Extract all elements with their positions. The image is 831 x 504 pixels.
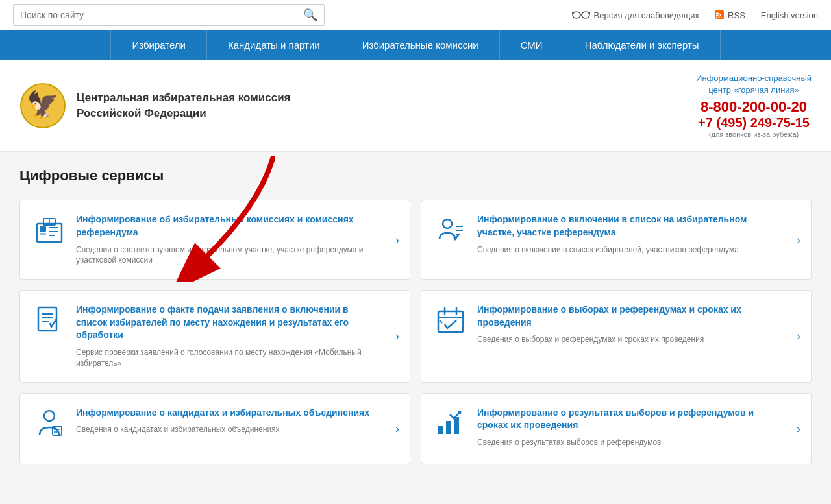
document-list-icon: [34, 305, 64, 335]
svg-line-4: [589, 12, 590, 14]
card-elections-dates[interactable]: Информирование о выборах и референдумах …: [421, 290, 812, 382]
card-desc-results: Сведения о результатах выборов и референ…: [477, 437, 778, 448]
hotline-phone1: 8-800-200-00-20: [696, 99, 812, 115]
card-icon-voter-list: [434, 213, 467, 246]
svg-rect-35: [446, 421, 451, 434]
person-list-icon: [436, 215, 465, 245]
logo-area: 🦅 Центральная избирательная комиссия Рос…: [19, 82, 291, 129]
card-content-voter-list: Информирование о включении в список на и…: [477, 213, 778, 255]
card-arrow-candidates: ›: [395, 422, 399, 435]
svg-rect-12: [40, 233, 46, 235]
english-version-label: English version: [761, 10, 818, 20]
nav-item-commissions[interactable]: Избирательные комиссии: [341, 30, 500, 60]
hotline-info: Информационно-справочный центр «горячая …: [696, 73, 812, 138]
card-title-results: Информирование о результатах выборов и р…: [477, 407, 778, 432]
logo-text: Центральная избирательная комиссия Росси…: [77, 90, 291, 121]
card-icon-results: [434, 407, 467, 439]
svg-point-0: [573, 12, 580, 18]
vision-link[interactable]: Версия для слабовидящих: [572, 10, 700, 20]
card-arrow-voter-list: ›: [797, 233, 800, 246]
nav-item-candidates[interactable]: Кандидаты и партии: [207, 30, 341, 60]
emblem-icon: 🦅: [19, 82, 66, 129]
ballot-box-icon: [34, 215, 64, 245]
svg-point-1: [582, 12, 589, 18]
cards-grid: Информирование об избирательных комиссия…: [19, 200, 812, 464]
card-arrow-commissions: ›: [395, 233, 399, 246]
hotline-title-line2: центр «горячая линия»: [708, 85, 799, 95]
card-voter-list[interactable]: Информирование о включении в список на и…: [421, 200, 812, 280]
header-section: 🦅 Центральная избирательная комиссия Рос…: [0, 60, 831, 152]
glasses-icon: [572, 10, 590, 20]
card-arrow-elections-dates: ›: [797, 330, 800, 343]
card-desc-application: Сервис проверки заявлений о голосовании …: [76, 347, 377, 369]
main-content: Цифровые сервисы Информирование об избир…: [0, 152, 831, 504]
card-content-results: Информирование о результатах выборов и р…: [477, 407, 778, 448]
svg-point-30: [44, 411, 55, 421]
card-icon-candidates: [33, 407, 66, 439]
rss-link[interactable]: RSS: [715, 10, 745, 20]
svg-rect-11: [40, 226, 46, 232]
rss-icon: [715, 10, 724, 19]
card-content-elections-dates: Информирование о выборах и референдумах …: [477, 304, 778, 345]
card-content-application: Информирование о факте подачи заявления …: [76, 304, 377, 368]
svg-point-6: [716, 17, 718, 19]
svg-point-18: [443, 219, 452, 228]
nav-item-media[interactable]: СМИ: [500, 30, 564, 60]
card-title-voter-list: Информирование о включении в список на и…: [477, 213, 778, 239]
hotline-phone-note: (для звонков из-за рубежа): [696, 130, 812, 138]
card-desc-commissions: Сведения о соответствующем избирательном…: [76, 245, 377, 267]
svg-text:🦅: 🦅: [27, 89, 59, 120]
search-button[interactable]: 🔍: [297, 8, 324, 22]
card-arrow-results: ›: [797, 422, 800, 435]
vision-label: Версия для слабовидящих: [594, 10, 700, 20]
card-desc-voter-list: Сведения о включении в список избирателе…: [477, 245, 778, 256]
card-title-commissions: Информирование об избирательных комиссия…: [76, 213, 377, 239]
svg-rect-34: [438, 426, 443, 434]
nav-item-observers[interactable]: Наблюдатели и эксперты: [564, 30, 721, 60]
chart-check-icon: [436, 408, 465, 438]
org-name-line2: Российской Федерации: [77, 107, 206, 119]
person-badge-icon: [34, 408, 64, 438]
search-box[interactable]: 🔍: [13, 4, 325, 26]
search-input[interactable]: [14, 10, 297, 20]
org-name-line1: Центральная избирательная комиссия: [77, 91, 291, 104]
hotline-title-line1: Информационно-справочный: [696, 73, 812, 83]
card-title-elections-dates: Информирование о выборах и референдумах …: [477, 304, 778, 329]
svg-rect-26: [438, 311, 463, 332]
hotline-phone2: +7 (495) 249-75-15: [696, 115, 812, 130]
card-icon-elections-dates: [434, 304, 467, 336]
svg-line-3: [572, 12, 573, 14]
top-right-links: Версия для слабовидящих RSS English vers…: [572, 10, 819, 20]
card-icon-application: [33, 304, 66, 336]
card-title-candidates: Информирование о кандидатах и избиратель…: [76, 407, 377, 420]
svg-rect-22: [38, 307, 56, 331]
card-icon-commissions: [33, 213, 66, 246]
card-candidates[interactable]: Информирование о кандидатах и избиратель…: [19, 393, 410, 464]
card-title-application: Информирование о факте подачи заявления …: [76, 304, 377, 342]
nav-item-voters[interactable]: Избиратели: [110, 30, 207, 60]
card-application[interactable]: Информирование о факте подачи заявления …: [19, 290, 410, 382]
top-bar: 🔍 Версия для слабовидящих RSS English ve…: [0, 0, 831, 30]
card-results[interactable]: Информирование о результатах выборов и р…: [421, 393, 812, 464]
hotline-title: Информационно-справочный центр «горячая …: [696, 73, 812, 96]
calendar-check-icon: [436, 305, 465, 335]
section-title: Цифровые сервисы: [19, 167, 812, 184]
english-version-link[interactable]: English version: [761, 10, 818, 20]
rss-label: RSS: [728, 10, 745, 20]
card-content-candidates: Информирование о кандидатах и избиратель…: [76, 407, 377, 435]
card-content-commissions: Информирование об избирательных комиссия…: [76, 213, 377, 266]
card-desc-candidates: Сведения о кандидатах и избирательных об…: [76, 424, 377, 435]
nav-bar: Избиратели Кандидаты и партии Избиратель…: [0, 30, 831, 60]
card-commissions[interactable]: Информирование об избирательных комиссия…: [19, 200, 410, 280]
card-desc-elections-dates: Сведения о выборах и референдумах и срок…: [477, 334, 778, 345]
card-arrow-application: ›: [395, 330, 399, 343]
svg-rect-36: [454, 417, 459, 434]
